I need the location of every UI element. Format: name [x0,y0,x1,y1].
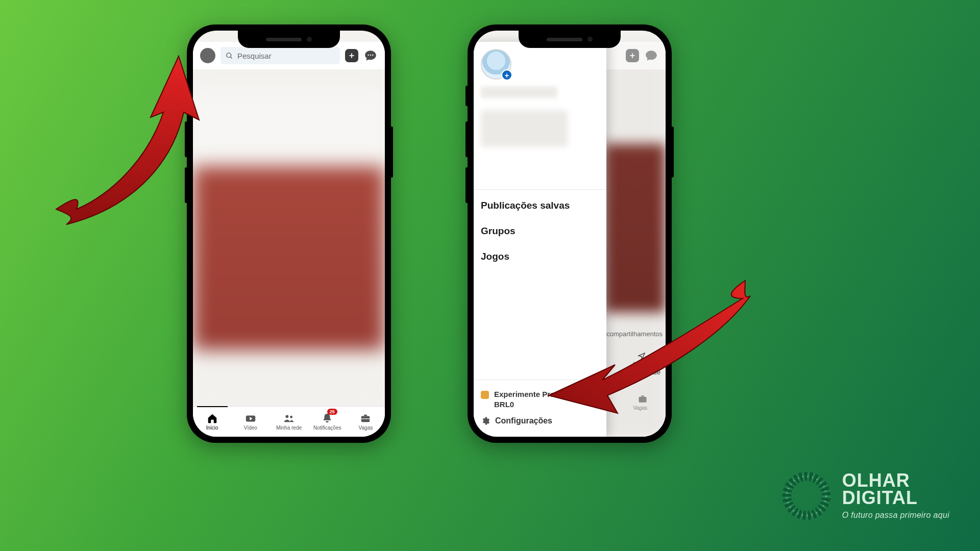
phone-mockup-1: Pesquisar Início Vídeo Minha rede [187,24,391,443]
phone-mockup-2: compartilhamentos Enviar nidade Vagas + … [468,24,672,443]
nav-label: Notificações [313,425,341,431]
brand-tagline: O futuro passa primeiro aqui [842,511,949,520]
phone-notch [238,31,340,48]
drawer-premium[interactable]: Experimente Premium por BRL0 [481,385,599,413]
side-drawer: + Publicações salvas Grupos Jogos Experi… [474,42,606,437]
drawer-avatar[interactable]: + [481,49,511,80]
video-icon [245,413,256,424]
phone-notch [519,31,621,48]
nav-label: Início [206,425,218,431]
brand-line1: OLHAR [842,472,949,489]
phone1-screen: Pesquisar Início Vídeo Minha rede [193,31,385,437]
nav-video[interactable]: Vídeo [231,407,270,437]
notification-badge: 25 [327,409,337,415]
svg-point-5 [370,55,371,56]
premium-chip-icon [481,391,489,399]
bottom-nav: Início Vídeo Minha rede 25 Notificações … [193,406,385,437]
nav-jobs[interactable]: Vagas [347,407,385,437]
send-icon [637,352,646,360]
peek-briefcase-icon [637,394,648,406]
profile-avatar[interactable] [200,48,215,63]
search-placeholder: Pesquisar [237,52,272,60]
profile-stats-blurred [481,110,568,147]
profile-name-blurred [481,87,557,98]
plus-icon [348,52,355,59]
peek-text-2: nidade [641,368,660,376]
drawer-settings[interactable]: Configurações [481,413,599,429]
svg-point-0 [227,53,231,57]
gear-icon [481,416,490,425]
briefcase-icon [360,413,371,424]
drawer-item-groups[interactable]: Grupos [481,218,599,244]
svg-point-6 [372,55,373,56]
feed-blurred [193,69,385,406]
nav-network[interactable]: Minha rede [270,407,308,437]
brand-line2: DIGITAL [842,489,949,507]
brand-ring-icon [782,471,831,520]
drawer-item-games[interactable]: Jogos [481,244,599,269]
peek-text-3: Vagas [633,405,647,411]
chat-icon [364,49,377,62]
search-icon [226,52,233,60]
search-input[interactable]: Pesquisar [220,47,340,64]
phone2-screen: compartilhamentos Enviar nidade Vagas + … [474,31,666,437]
nav-label: Vídeo [244,425,257,431]
brand-logo: OLHAR DIGITAL O futuro passa primeiro aq… [782,471,949,520]
add-story-icon[interactable]: + [501,69,512,81]
compose-button[interactable] [345,49,358,62]
svg-point-8 [285,415,288,418]
background-dimmed: compartilhamentos Enviar nidade Vagas [604,42,666,437]
messages-button-dimmed [644,48,658,63]
messages-button[interactable] [363,48,378,63]
svg-line-1 [230,57,232,58]
svg-point-9 [290,416,292,418]
nav-label: Minha rede [276,425,302,431]
svg-rect-14 [639,397,647,403]
compose-button-dimmed [626,49,639,62]
home-icon [207,413,218,424]
people-icon [283,413,295,424]
nav-home[interactable]: Início [193,407,231,437]
peek-text: compartilhamentos [606,330,663,338]
peek-send: Enviar [633,352,650,368]
drawer-item-saved[interactable]: Publicações salvas [481,193,599,218]
nav-notifications[interactable]: 25 Notificações [308,407,347,437]
svg-point-4 [368,55,369,56]
nav-label: Vagas [359,425,373,431]
